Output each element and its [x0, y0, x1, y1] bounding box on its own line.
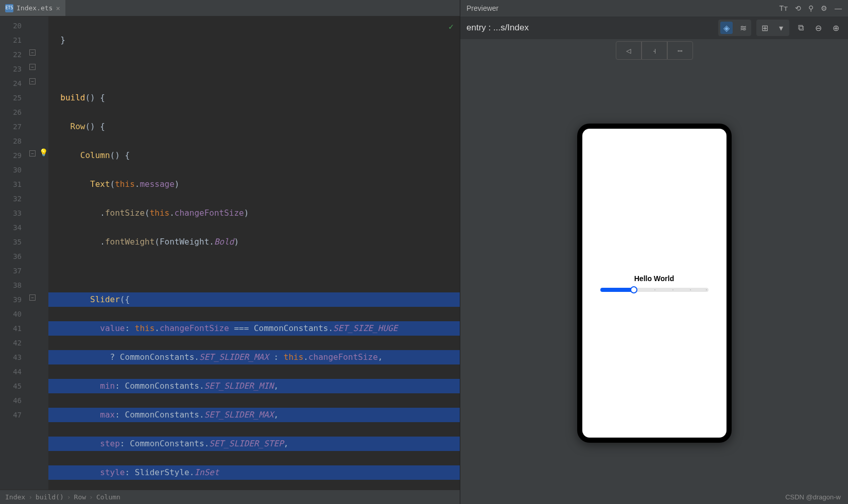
tab-bar: ETS Index.ets ×	[0, 0, 460, 16]
chevron-right-icon: ›	[28, 493, 32, 501]
fold-icon[interactable]: −	[29, 64, 36, 70]
breadcrumb[interactable]: Index › build() › Row › Column	[0, 490, 460, 504]
previewer-toolbar: entry : ...s/Index ◈ ≋ ⊞ ▾ ⧉ ⊖ ⊕	[460, 16, 848, 39]
breadcrumb-item[interactable]: build()	[36, 493, 64, 501]
pin-icon[interactable]: ⚲	[808, 4, 814, 12]
previewer-nav: ◁ ⫞ ⋯	[460, 39, 848, 62]
chevron-right-icon: ›	[67, 493, 71, 501]
fold-icon[interactable]: −	[29, 78, 36, 84]
previewer-header: Previewer Tᴛ ⟲ ⚲ ⚙ —	[460, 0, 848, 16]
previewer-canvas: Hello World	[460, 62, 848, 504]
breadcrumb-item[interactable]: Index	[5, 493, 25, 501]
slider-fill	[600, 288, 633, 292]
zoom-out-icon[interactable]: ⊖	[812, 22, 824, 34]
slider-thumb[interactable]	[630, 286, 637, 293]
chevron-down-icon[interactable]: ▾	[775, 22, 787, 34]
breadcrumb-item[interactable]: Row	[74, 493, 86, 501]
tab-filename: Index.ets	[16, 4, 53, 12]
editor-body: ✓ 20212223242526272829303132333435363738…	[0, 16, 460, 490]
back-icon[interactable]: ◁	[616, 41, 642, 60]
hint-gutter: 💡	[38, 16, 48, 490]
crop-icon[interactable]: ⧉	[794, 22, 807, 34]
phone-frame: Hello World	[577, 124, 732, 443]
fold-icon[interactable]: −	[29, 294, 36, 301]
file-tab[interactable]: ETS Index.ets ×	[0, 0, 65, 16]
slider-step-dot	[654, 289, 655, 290]
main-container: ETS Index.ets × ✓ 2021222324252627282930…	[0, 0, 848, 504]
code-area[interactable]: } build() { Row() { Column() { Text(this…	[48, 16, 460, 490]
slider-step-dot	[672, 289, 673, 290]
watermark: CSDN @dragon-w	[785, 493, 841, 501]
gear-icon[interactable]: ⚙	[821, 4, 827, 12]
text-size-icon[interactable]: Tᴛ	[779, 4, 788, 12]
editor-panel: ETS Index.ets × ✓ 2021222324252627282930…	[0, 0, 460, 504]
more-icon[interactable]: ⋯	[667, 41, 693, 60]
slider-track[interactable]	[600, 288, 708, 292]
split-icon[interactable]: ⫞	[642, 41, 667, 60]
previewer-panel: Previewer Tᴛ ⟲ ⚲ ⚙ — entry : ...s/Index …	[460, 0, 848, 504]
chevron-right-icon: ›	[89, 493, 93, 501]
lightbulb-icon[interactable]: 💡	[39, 148, 48, 157]
refresh-icon[interactable]: ⟲	[795, 4, 801, 12]
minimize-icon[interactable]: —	[835, 4, 842, 12]
close-icon[interactable]: ×	[56, 4, 60, 12]
slider-step-dot	[706, 289, 707, 290]
breadcrumb-item[interactable]: Column	[96, 493, 120, 501]
slider-step-dot	[690, 289, 691, 290]
entry-label: entry : ...s/Index	[466, 23, 713, 33]
ets-file-icon: ETS	[5, 4, 13, 12]
fold-icon[interactable]: −	[29, 49, 36, 56]
fold-gutter: − − − − −	[28, 16, 38, 490]
grid-icon[interactable]: ⊞	[758, 22, 771, 34]
line-gutter: 2021222324252627282930313233343536373839…	[0, 16, 28, 490]
layers-icon[interactable]: ≋	[737, 22, 749, 34]
fold-icon[interactable]: −	[29, 150, 36, 157]
inspect-icon[interactable]: ◈	[720, 22, 733, 34]
phone-screen[interactable]: Hello World	[582, 129, 726, 438]
hello-text: Hello World	[634, 274, 674, 283]
previewer-title: Previewer	[466, 4, 498, 12]
zoom-in-icon[interactable]: ⊕	[829, 22, 842, 34]
